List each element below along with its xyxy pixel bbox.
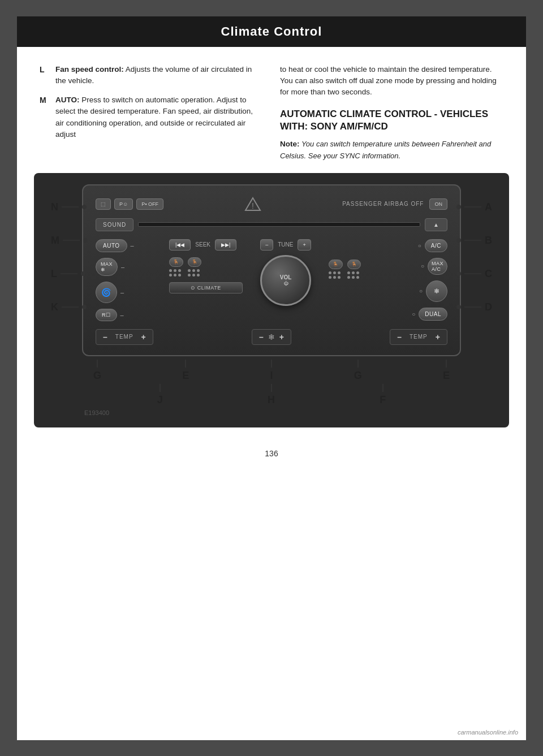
temp-right-label: TEMP xyxy=(406,334,431,340)
airbag-label: PASSENGER AIRBAG OFF xyxy=(342,201,424,207)
seat-heat-left-2[interactable]: 🪑 xyxy=(329,260,343,269)
heat-section: 🪑 🪑 xyxy=(169,257,243,277)
temp-left-minus[interactable]: – xyxy=(101,332,110,342)
top-btn-1[interactable]: ⬚ xyxy=(96,198,111,210)
tune-label: TUNE xyxy=(278,241,293,248)
seat-heat-right[interactable]: 🪑 xyxy=(188,257,202,267)
label-B: B xyxy=(456,235,492,247)
callout-F: F xyxy=(380,384,386,406)
temp-left-label: TEMP xyxy=(112,334,137,340)
label-N-letter: N xyxy=(51,201,58,213)
top-btn-off[interactable]: P▪ OFF xyxy=(136,198,163,210)
label-A: A xyxy=(456,201,492,213)
heat-left-2: 🪑 xyxy=(329,260,343,279)
warning-icon: ! xyxy=(244,196,261,213)
seat-heat-left[interactable]: 🪑 xyxy=(169,257,183,267)
top-callout-row: G E I G E xyxy=(82,360,461,382)
label-A-letter: A xyxy=(485,201,492,213)
page-title: Climate Control xyxy=(17,24,526,39)
watermark: carmanualsonline.info xyxy=(458,729,518,736)
fan-plus[interactable]: + xyxy=(277,332,286,342)
panel-bottom: – TEMP + – ❄ + – TEMP + xyxy=(96,329,447,345)
temp-left-plus[interactable]: + xyxy=(139,332,148,342)
fan-icon: ❄ xyxy=(268,332,275,342)
note-text: You can switch temperature units between… xyxy=(280,140,491,159)
callout-I: I xyxy=(270,360,273,382)
label-K: K xyxy=(51,301,88,313)
tune-row: – TUNE + xyxy=(260,239,311,250)
fan-row: 🌀 – xyxy=(96,282,163,303)
item-L-label: L xyxy=(40,64,50,87)
heat-dots-right xyxy=(188,269,202,277)
callout-H: H xyxy=(268,384,275,406)
max-ac-button[interactable]: MAXA/C xyxy=(428,258,447,275)
e-number: E193400 xyxy=(84,409,461,416)
max-ac-row: ○ MAXA/C xyxy=(421,258,447,275)
temp-right-section: – TEMP + xyxy=(390,329,447,345)
fan-section: – ❄ + xyxy=(252,329,291,345)
sound-button[interactable]: SOUND xyxy=(96,218,133,231)
fan-button[interactable]: 🌀 xyxy=(96,282,117,303)
seek-row: |◀◀ SEEK ▶▶| xyxy=(169,239,243,250)
item-L: L Fan speed control: Adjusts the volume … xyxy=(40,64,263,87)
callout-E2: E xyxy=(443,360,450,382)
defrost-button[interactable]: ❄ xyxy=(426,280,447,302)
label-N: N xyxy=(51,201,88,213)
callout-E1: E xyxy=(182,360,189,382)
heat-section-right: 🪑 🪑 xyxy=(329,260,391,279)
dual-row: ○ DUAL xyxy=(412,308,447,321)
bottom-callout-row: J H F xyxy=(82,384,461,406)
label-M-letter: M xyxy=(51,235,59,247)
item-L-text: Fan speed control: Adjusts the volume of… xyxy=(55,64,263,87)
label-L-letter: L xyxy=(51,268,57,280)
svg-text:!: ! xyxy=(252,201,254,210)
temp-left-section: – TEMP + xyxy=(96,329,153,345)
max-button[interactable]: MAX❄ xyxy=(96,258,118,276)
label-L: L xyxy=(51,268,88,280)
item-M-label: M xyxy=(40,94,50,140)
note-paragraph: Note: You can switch temperature units b… xyxy=(280,139,503,162)
fan-minus[interactable]: – xyxy=(257,332,266,342)
dual-button[interactable]: DUAL xyxy=(419,308,447,321)
tune-minus[interactable]: – xyxy=(260,239,273,250)
continuation-text: to heat or cool the vehicle to maintain … xyxy=(280,64,503,98)
page-number: 136 xyxy=(17,439,526,464)
seek-fwd-button[interactable]: ▶▶| xyxy=(215,239,236,250)
heat-left: 🪑 xyxy=(169,257,183,277)
auto-row: AUTO – xyxy=(96,239,163,252)
label-D: D xyxy=(456,301,492,313)
label-K-letter: K xyxy=(51,301,58,313)
heat-right: 🪑 xyxy=(188,257,202,277)
auto-button[interactable]: AUTO xyxy=(96,239,127,252)
temp-right-plus[interactable]: + xyxy=(433,332,442,342)
tune-plus[interactable]: + xyxy=(298,239,311,250)
heat-dots-left xyxy=(169,269,183,277)
eject-button[interactable]: ▲ xyxy=(425,218,447,231)
note-label: Note: xyxy=(280,140,300,148)
item-L-bold: Fan speed control: xyxy=(55,65,124,74)
seek-back-button[interactable]: |◀◀ xyxy=(169,239,191,250)
car-panel: ⬚ P☺ P▪ OFF ! PASSENGER AIRBAG OFF ON xyxy=(82,184,461,356)
section-heading: AUTOMATIC CLIMATE CONTROL - VEHICLES WIT… xyxy=(280,108,503,133)
callout-G1: G xyxy=(93,360,101,382)
recirc-row: R☐ – xyxy=(96,309,163,321)
heat-dots-left-2 xyxy=(329,271,343,279)
climate-button[interactable]: ⊙ CLIMATE xyxy=(169,282,243,293)
airbag-btn-on[interactable]: ON xyxy=(429,198,447,210)
right-column: to heat or cool the vehicle to maintain … xyxy=(280,64,503,162)
vol-label: VOL xyxy=(280,274,292,281)
item-M-text: AUTO: Press to switch on automatic opera… xyxy=(55,94,263,140)
cd-slot xyxy=(138,222,420,227)
max-row: MAX❄ – xyxy=(96,258,163,276)
seat-heat-right-2[interactable]: 🪑 xyxy=(347,260,361,269)
temp-right-minus[interactable]: – xyxy=(395,332,404,342)
ac-button[interactable]: A/C xyxy=(425,239,447,252)
item-M-body: Press to switch on automatic operation. … xyxy=(55,96,253,139)
recirc-button[interactable]: R☐ xyxy=(96,309,117,321)
top-btn-2[interactable]: P☺ xyxy=(114,198,133,210)
label-M: M xyxy=(51,235,88,247)
heat-dots-right-2 xyxy=(347,271,361,279)
label-C: C xyxy=(456,268,492,280)
volume-knob[interactable]: VOL ⏻ xyxy=(260,255,311,306)
item-M-bold: AUTO: xyxy=(55,96,80,104)
